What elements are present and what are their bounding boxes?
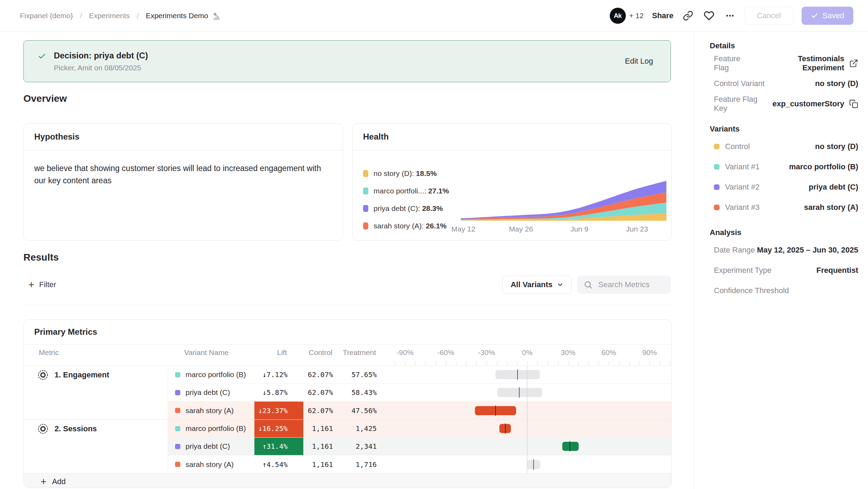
treatment-value: 1,425 <box>345 420 387 437</box>
confidence-interval-cell <box>387 402 671 419</box>
variant-cell: marco portfolio (B) <box>168 366 254 383</box>
lift-mean-tick <box>517 369 518 380</box>
ruler-tick <box>395 361 395 365</box>
variant-color-chip <box>714 184 719 190</box>
edit-log-button[interactable]: Edit Log <box>625 57 653 66</box>
confidence-interval-bar <box>562 442 579 451</box>
external-link-icon[interactable] <box>849 59 858 68</box>
breadcrumb-separator: / <box>80 12 82 20</box>
variant-color-chip <box>175 390 180 395</box>
ruler-tick <box>527 361 528 365</box>
ruler-tick <box>436 361 436 365</box>
lift-value: ↑31.4% <box>254 438 303 455</box>
metric-table-row[interactable]: 2. Sessionsmarco portfolio (B)↓16.25%1,1… <box>24 420 671 438</box>
search-input[interactable] <box>598 280 665 290</box>
variant-color-chip <box>714 205 719 210</box>
variant-name: sarah story (A) <box>186 460 234 469</box>
ruler-tick <box>476 361 477 365</box>
metric-cell <box>24 438 168 455</box>
metric-table-row[interactable]: sarah story (A)↓23.37%62.07%47.56% <box>24 402 671 420</box>
topbar-actions: Ak + 12 Share Cancel Saved <box>610 7 854 25</box>
lift-value: ↑4.54% <box>254 455 303 473</box>
variant-name: sarah story (A) <box>186 406 234 415</box>
collaborator-count[interactable]: + 12 <box>629 12 644 20</box>
variant-color-chip <box>175 408 180 413</box>
avatar[interactable]: Ak <box>610 8 626 24</box>
breadcrumb: Fixpanel {demo} / Experiments / Experime… <box>20 11 221 20</box>
ruler-tick <box>517 361 518 365</box>
sidebar-section-variants: VariantsControlno story (D)Variant #1mar… <box>710 125 858 218</box>
variant-name: priya debt (C) <box>186 388 230 397</box>
goal-icon <box>37 423 49 435</box>
legend-chip <box>363 205 368 212</box>
sidebar-row: Date RangeMay 12, 2025 – Jun 30, 2025 <box>710 240 858 260</box>
ruler-tick <box>415 361 415 365</box>
results-toolbar: + Filter All Variants <box>23 276 671 294</box>
plus-icon: + <box>41 477 46 487</box>
cancel-button[interactable]: Cancel <box>745 7 793 25</box>
sidebar-row-value: exp_customerStory <box>773 99 844 108</box>
sidebar-row: Variant #3sarah story (A) <box>710 197 858 218</box>
sidebar-row-value: Frequentist <box>816 266 858 275</box>
variant-color-chip <box>714 144 719 149</box>
legend-item: sarah story (A): 26.1% <box>363 217 449 235</box>
metric-table-row[interactable]: 1. Engagementmarco portfolio (B)↓7.12%62… <box>24 366 671 384</box>
x-axis-tick-label: May 26 <box>509 225 533 233</box>
decision-banner: Decision: priya debt (C) Picker, Amit on… <box>23 40 671 82</box>
copy-icon[interactable] <box>849 99 858 108</box>
zero-axis-line <box>527 366 527 473</box>
goal-icon <box>37 369 49 381</box>
sidebar-row-label: Date Range <box>714 246 755 255</box>
ruler-tick <box>446 361 446 365</box>
breadcrumb-experiments[interactable]: Experiments <box>89 12 130 20</box>
sidebar-row: Feature FlagTestimonials Experiment <box>710 53 858 73</box>
sidebar-row-label: Feature Flag Key <box>714 95 773 113</box>
lift-axis-label: -90% <box>396 348 413 357</box>
lift-axis-label: -60% <box>437 348 454 357</box>
ruler-tick <box>548 361 548 365</box>
topbar: Fixpanel {demo} / Experiments / Experime… <box>0 0 868 31</box>
column-header-metric: Metric <box>39 348 59 357</box>
sidebar-row: Controlno story (D) <box>710 136 858 157</box>
sidebar-row: Experiment TypeFrequentist <box>710 260 858 281</box>
add-metric-button[interactable]: + Add <box>24 473 671 488</box>
lift-value: ↓16.25% <box>254 420 303 437</box>
link-icon[interactable] <box>682 9 694 22</box>
sidebar-row-value: marco portfolio (B) <box>789 162 858 171</box>
metric-table-row[interactable]: sarah story (A)↑4.54%1,1611,716 <box>24 455 671 473</box>
lift-mean-tick <box>533 459 534 470</box>
metric-cell: 2. Sessions <box>24 420 168 438</box>
page-title: Experiments Demo <box>146 12 208 20</box>
column-header-lift: Lift <box>277 348 287 357</box>
favorite-heart-icon[interactable] <box>703 9 715 22</box>
results-heading: Results <box>23 252 59 263</box>
variants-dropdown-label: All Variants <box>511 280 552 289</box>
sidebar-row-value: no story (D) <box>815 79 858 88</box>
sidebar-row-label: Feature Flag <box>714 54 756 72</box>
metric-table-row[interactable]: priya debt (C)↓5.87%62.07%58.43% <box>24 384 671 402</box>
metric-table-row[interactable]: priya debt (C)↑31.4%1,1612,341 <box>24 438 671 455</box>
search-icon <box>584 280 593 289</box>
add-filter-button[interactable]: + Filter <box>23 280 56 290</box>
lift-axis-ruler <box>24 361 671 366</box>
share-button[interactable]: Share <box>652 11 673 20</box>
legend-label: no story (D): 18.5% <box>374 169 437 178</box>
lift-axis-label: 0% <box>522 348 533 357</box>
confidence-interval-cell <box>387 384 671 401</box>
breadcrumb-project[interactable]: Fixpanel {demo} <box>20 12 73 20</box>
variants-dropdown[interactable]: All Variants <box>502 276 572 294</box>
ruler-tick <box>486 361 487 365</box>
saved-button[interactable]: Saved <box>802 7 853 25</box>
lift-axis-label: 30% <box>561 348 576 357</box>
metric-cell: 1. Engagement <box>24 366 168 384</box>
sidebar-row-label: Control Variant <box>714 79 765 88</box>
add-label: Add <box>52 477 66 486</box>
variant-cell: sarah story (A) <box>168 402 254 419</box>
more-options-icon[interactable] <box>724 9 736 22</box>
variant-name: marco portfolio (B) <box>186 424 246 433</box>
metrics-table-body: 1. Engagementmarco portfolio (B)↓7.12%62… <box>24 366 671 473</box>
treatment-value: 1,716 <box>345 455 387 473</box>
column-header-treatment: Treatment <box>343 348 376 357</box>
x-axis-tick-label: May 12 <box>451 225 476 233</box>
confidence-interval-cell <box>387 366 671 383</box>
